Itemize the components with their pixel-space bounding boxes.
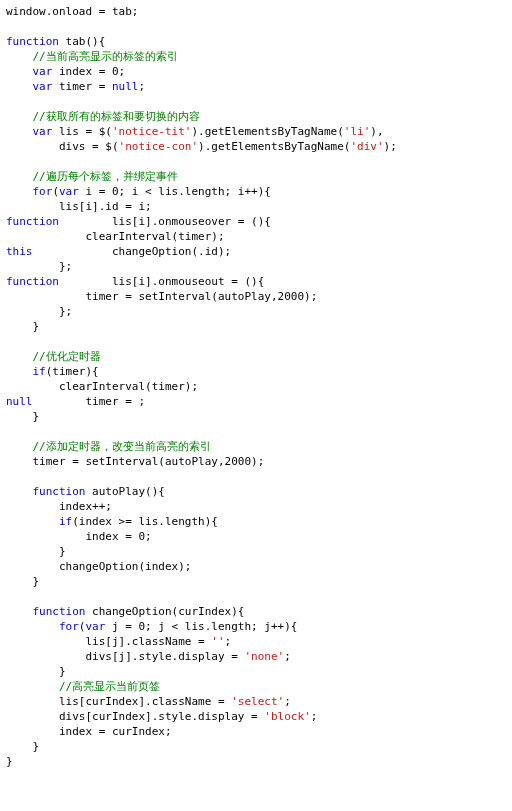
code-line[interactable] (6, 424, 506, 439)
code-line[interactable]: //遍历每个标签，并绑定事件 (6, 169, 506, 184)
code-line[interactable]: function lis[i].onmouseout = (){ (6, 274, 506, 289)
code-token: lis[i].id = i; (6, 200, 152, 213)
code-line[interactable]: timer = setInterval(autoPlay,2000); (6, 289, 506, 304)
code-token: lis[i].onmouseout = (59, 275, 244, 288)
code-line[interactable]: if(index >= lis.length){ (6, 514, 506, 529)
code-line[interactable]: timer = setInterval(autoPlay,2000); (6, 454, 506, 469)
code-token: }; (6, 260, 72, 273)
keyword-token: null (112, 80, 139, 93)
code-token (6, 125, 33, 138)
code-token: clearInterval(timer); (6, 230, 225, 243)
keyword-token: this (6, 245, 33, 258)
code-token: lis[j].className = (6, 635, 211, 648)
code-token: clearInterval(timer); (6, 380, 198, 393)
code-line[interactable]: this changeOption(.id); (6, 244, 506, 259)
keyword-token: function (33, 605, 86, 618)
code-line[interactable]: function changeOption(curIndex){ (6, 604, 506, 619)
code-line[interactable]: lis[curIndex].className = 'select'; (6, 694, 506, 709)
code-token: divs[j].style.display = (6, 650, 244, 663)
code-line[interactable]: }; (6, 259, 506, 274)
code-line[interactable]: for(var i = 0; i < lis.length; i++){ (6, 184, 506, 199)
code-line[interactable]: } (6, 739, 506, 754)
code-token: changeOption(index); (6, 560, 191, 573)
code-editor[interactable]: window.onload = tab; function tab(){ //当… (0, 0, 512, 789)
code-line[interactable]: //高亮显示当前页签 (6, 679, 506, 694)
keyword-token: var (33, 125, 53, 138)
code-line[interactable]: //当前高亮显示的标签的索引 (6, 49, 506, 64)
code-line[interactable]: } (6, 409, 506, 424)
code-token: autoPlay(){ (85, 485, 164, 498)
code-token: } (6, 320, 39, 333)
code-token (6, 605, 33, 618)
string-token: 'block' (264, 710, 310, 723)
code-line[interactable]: for(var j = 0; j < lis.length; j++){ (6, 619, 506, 634)
code-line[interactable]: divs[j].style.display = 'none'; (6, 649, 506, 664)
code-line[interactable] (6, 94, 506, 109)
code-token: index = 0; (52, 65, 125, 78)
keyword-token: var (85, 620, 105, 633)
code-token: ).getElementsByTagName( (191, 125, 343, 138)
code-line[interactable]: clearInterval(timer); (6, 229, 506, 244)
code-line[interactable]: function lis[i].onmouseover = (){ (6, 214, 506, 229)
code-line[interactable]: function autoPlay(){ (6, 484, 506, 499)
code-line[interactable] (6, 334, 506, 349)
code-line[interactable]: } (6, 319, 506, 334)
code-line[interactable]: window.onload = tab; (6, 4, 506, 19)
code-line[interactable]: } (6, 574, 506, 589)
keyword-token: if (33, 365, 46, 378)
code-line[interactable]: } (6, 664, 506, 679)
code-token: } (6, 665, 66, 678)
code-line[interactable]: changeOption(index); (6, 559, 506, 574)
code-line[interactable]: var timer = null; (6, 79, 506, 94)
keyword-token: function (6, 35, 59, 48)
global-token: window (6, 5, 46, 18)
code-line[interactable]: if(timer){ (6, 364, 506, 379)
code-line[interactable] (6, 469, 506, 484)
string-token: '' (211, 635, 224, 648)
code-line[interactable] (6, 154, 506, 169)
code-token: ( (52, 185, 59, 198)
code-token: timer = setInterval(autoPlay,2000); (6, 290, 317, 303)
code-token: timer = setInterval(autoPlay,2000); (6, 455, 264, 468)
code-line[interactable]: index = curIndex; (6, 724, 506, 739)
code-line[interactable]: function tab(){ (6, 34, 506, 49)
code-line[interactable]: lis[i].id = i; (6, 199, 506, 214)
code-token: }; (6, 305, 72, 318)
keyword-token: for (59, 620, 79, 633)
comment-token: //优化定时器 (6, 350, 101, 363)
code-line[interactable]: } (6, 544, 506, 559)
code-line[interactable]: var index = 0; (6, 64, 506, 79)
code-line[interactable]: //优化定时器 (6, 349, 506, 364)
string-token: 'none' (244, 650, 284, 663)
code-token: lis = $( (52, 125, 112, 138)
code-line[interactable] (6, 589, 506, 604)
code-line[interactable]: divs[curIndex].style.display = 'block'; (6, 709, 506, 724)
code-line[interactable]: var lis = $('notice-tit').getElementsByT… (6, 124, 506, 139)
code-token: (index >= lis.length){ (72, 515, 218, 528)
keyword-token: function (6, 215, 59, 228)
code-line[interactable]: //获取所有的标签和要切换的内容 (6, 109, 506, 124)
code-token (6, 65, 33, 78)
code-line[interactable]: index = 0; (6, 529, 506, 544)
code-token (6, 80, 33, 93)
code-line[interactable]: lis[j].className = ''; (6, 634, 506, 649)
code-line[interactable]: }; (6, 304, 506, 319)
code-line[interactable] (6, 19, 506, 34)
string-token: 'notice-con' (119, 140, 198, 153)
code-token: ); (384, 140, 397, 153)
code-token: changeOption(curIndex){ (85, 605, 244, 618)
string-token: 'div' (350, 140, 383, 153)
code-token: divs = $( (6, 140, 119, 153)
code-token: .id); (198, 245, 231, 258)
code-line[interactable]: null timer = ; (6, 394, 506, 409)
code-line[interactable]: //添加定时器，改变当前高亮的索引 (6, 439, 506, 454)
code-line[interactable]: divs = $('notice-con').getElementsByTagN… (6, 139, 506, 154)
code-token: ; (284, 695, 291, 708)
code-line[interactable]: } (6, 754, 506, 769)
code-line[interactable]: index++; (6, 499, 506, 514)
code-line[interactable]: clearInterval(timer); (6, 379, 506, 394)
code-token: } (6, 575, 39, 588)
code-token (6, 365, 33, 378)
keyword-token: function (33, 485, 86, 498)
keyword-token: for (33, 185, 53, 198)
